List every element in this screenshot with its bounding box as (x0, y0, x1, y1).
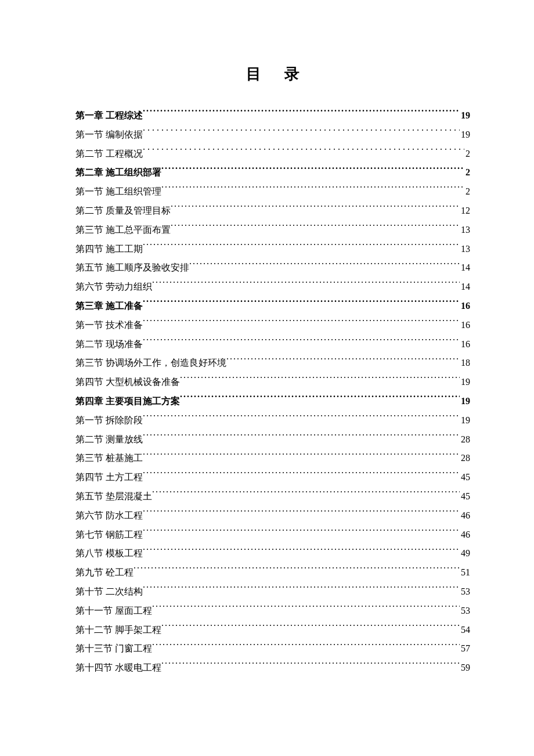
toc-leader (143, 471, 460, 480)
toc-entry-page: 12 (460, 201, 470, 221)
toc-entry-page: 18 (460, 354, 470, 373)
toc-entry-page: 19 (460, 411, 470, 430)
toc-entry-page: 19 (460, 125, 470, 145)
toc-entry-label: 第三节 施工总平面布置 (75, 221, 171, 240)
toc-entry-page: 28 (460, 449, 470, 468)
toc-entry-label: 第四节 土方工程 (75, 468, 143, 487)
toc-entry-label: 第一节 编制依据 (75, 125, 143, 145)
toc-entry: 第五节 垫层混凝土45 (75, 487, 470, 506)
toc-leader (143, 243, 460, 252)
toc-entry-page: 59 (460, 658, 470, 678)
toc-leader (143, 109, 460, 118)
toc-leader (161, 166, 464, 175)
toc-leader (143, 433, 460, 442)
toc-entry-page: 51 (460, 563, 470, 582)
toc-entry: 第六节 防水工程46 (75, 506, 470, 525)
toc-entry: 第二节 测量放线28 (75, 430, 470, 449)
toc-entry-page: 19 (460, 106, 470, 125)
toc-leader (180, 376, 460, 385)
toc-entry: 第四章 主要项目施工方案 19 (75, 392, 470, 411)
toc-entry-label: 第十节 二次结构 (75, 582, 143, 602)
toc-leader (152, 280, 460, 290)
toc-entry: 第四节 施工工期13 (75, 240, 470, 259)
toc-leader (226, 357, 460, 366)
toc-entry: 第一节 拆除阶段19 (75, 411, 470, 430)
toc-entry: 第一节 施工组织管理2 (75, 182, 470, 201)
toc-entry-page: 19 (460, 373, 470, 392)
toc-entry: 第一节 技术准备16 (75, 316, 470, 335)
toc-leader (143, 147, 464, 157)
toc-entry: 第一章 工程综述 19 (75, 106, 470, 125)
toc-entry: 第八节 模板工程49 (75, 544, 470, 563)
toc-entry: 第三节 桩基施工28 (75, 449, 470, 468)
toc-entry-page: 54 (460, 621, 470, 640)
toc-entry: 第四节 土方工程45 (75, 468, 470, 487)
toc-entry-page: 2 (464, 182, 470, 201)
toc-entry-page: 2 (464, 145, 470, 164)
toc-leader (171, 204, 460, 214)
toc-entry-label: 第四章 主要项目施工方案 (75, 392, 180, 411)
toc-leader (180, 395, 460, 404)
toc-entry-page: 49 (460, 544, 470, 563)
toc-entry-label: 第十二节 脚手架工程 (75, 621, 161, 640)
toc-entry-label: 第十一节 屋面工程 (75, 602, 152, 621)
toc-leader (143, 414, 460, 423)
toc-entry: 第十四节 水暖电工程59 (75, 658, 470, 678)
toc-entry: 第二节 工程概况 2 (75, 145, 470, 164)
toc-entry-label: 第四节 施工工期 (75, 240, 143, 259)
toc-entry-page: 16 (460, 297, 470, 316)
toc-entry-label: 第一节 技术准备 (75, 316, 143, 335)
toc-entry-page: 2 (464, 163, 470, 182)
toc-entry-label: 第一节 拆除阶段 (75, 411, 143, 430)
toc-entry-page: 28 (460, 430, 470, 449)
toc-entry: 第四节 大型机械设备准备19 (75, 373, 470, 392)
toc-leader (143, 509, 460, 519)
toc-leader (143, 585, 460, 595)
toc-entry-label: 第七节 钢筋工程 (75, 525, 143, 545)
toc-entry-page: 46 (460, 525, 470, 545)
toc-entry-label: 第一节 施工组织管理 (75, 182, 161, 201)
toc-leader (161, 185, 464, 195)
toc-entry-page: 46 (460, 506, 470, 525)
toc-leader (143, 547, 460, 556)
toc-entry-label: 第二章 施工组织部署 (75, 163, 161, 182)
toc-entry: 第十节 二次结构53 (75, 582, 470, 602)
table-of-contents: 第一章 工程综述 19第一节 编制依据 19第二节 工程概况 2第二章 施工组织… (75, 106, 470, 678)
toc-entry-page: 53 (460, 602, 470, 621)
toc-entry-label: 第十三节 门窗工程 (75, 639, 152, 658)
toc-entry: 第十三节 门窗工程57 (75, 639, 470, 658)
toc-leader (161, 661, 460, 671)
toc-entry: 第三节 施工总平面布置13 (75, 221, 470, 240)
toc-entry-page: 14 (460, 278, 470, 297)
toc-leader (152, 604, 460, 614)
toc-entry-label: 第二节 工程概况 (75, 145, 143, 164)
toc-entry: 第二节 质量及管理目标12 (75, 201, 470, 221)
toc-leader (171, 224, 460, 233)
toc-entry-label: 第五节 施工顺序及验收安排 (75, 258, 189, 278)
toc-entry: 第六节 劳动力组织14 (75, 278, 470, 297)
toc-entry-label: 第二节 现场准备 (75, 335, 143, 354)
toc-entry-page: 14 (460, 258, 470, 278)
toc-entry: 第五节 施工顺序及验收安排14 (75, 258, 470, 278)
toc-leader (134, 566, 460, 575)
toc-entry: 第一节 编制依据 19 (75, 125, 470, 145)
toc-entry: 第三章 施工准备 16 (75, 297, 470, 316)
toc-entry-label: 第五节 垫层混凝土 (75, 487, 152, 506)
toc-leader (161, 624, 460, 633)
toc-entry-page: 13 (460, 221, 470, 240)
toc-entry: 第二章 施工组织部署 2 (75, 163, 470, 182)
toc-leader (143, 452, 460, 461)
toc-entry-label: 第六节 劳动力组织 (75, 278, 152, 297)
toc-leader (143, 528, 460, 538)
toc-entry-label: 第二节 质量及管理目标 (75, 201, 171, 221)
toc-leader (152, 642, 460, 651)
toc-entry-page: 16 (460, 316, 470, 335)
toc-leader (143, 300, 460, 309)
toc-entry: 第十一节 屋面工程53 (75, 602, 470, 621)
toc-entry-label: 第二节 测量放线 (75, 430, 143, 449)
toc-entry-label: 第六节 防水工程 (75, 506, 143, 525)
toc-entry-label: 第四节 大型机械设备准备 (75, 373, 180, 392)
toc-leader (143, 338, 460, 347)
page-title: 目录 (75, 64, 470, 84)
toc-entry-page: 16 (460, 335, 470, 354)
